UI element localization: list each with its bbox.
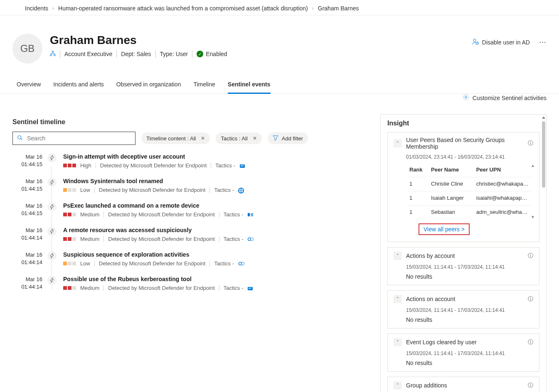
alert-title: PsExec launched a command on a remote de… [63,202,368,209]
timeline-item[interactable]: Mar 1601:44:14A remote resource was acce… [12,227,368,242]
timeline-item[interactable]: Mar 1601:44:14Suspicious sequence of exp… [12,251,368,267]
table-row[interactable]: 1Isaiah Langerisaiahl@whakapapa.a... [407,191,532,204]
timeline-item[interactable]: Mar 1601:44:14Possible use of the Rubeus… [12,276,368,291]
card-event-logs-toggle[interactable]: ˅ Event Logs cleared by user ⓘ [388,334,539,350]
col-peer-upn[interactable]: Peer UPN [474,164,532,176]
breadcrumb-incident[interactable]: Human-operated ransomware attack was lau… [58,5,308,12]
severity-icon [63,237,76,241]
insight-heading: Insight [381,115,546,132]
bolt-icon [47,276,57,285]
svg-point-5 [465,96,467,98]
peers-table: Rank Peer Name Peer UPN 1Christie Clinec… [406,163,533,219]
chevron-down-icon: ˅ [394,381,402,390]
chevron-right-icon: › [52,5,54,11]
svg-rect-10 [241,166,243,167]
detected-by-label: Detected by Microsoft Defender for Endpo… [108,211,215,218]
scroll-thumb[interactable] [542,121,545,188]
svg-point-6 [18,135,21,139]
status-check-icon: ✓ [197,51,203,57]
gear-icon [463,94,469,102]
filter-tactics-pill[interactable]: Tactics : All ✕ [216,132,261,144]
scroll-up-icon[interactable] [542,116,545,119]
tab-overview[interactable]: Overview [17,78,41,94]
card-actions-by: ˅ Actions by account ⓘ 15/03/2024, 11:14… [387,247,539,285]
card-actions-on-title: Actions on account [406,296,524,302]
tab-observed[interactable]: Observed in organization [116,78,181,94]
detected-by-label: Detected by Microsoft Defender for Endpo… [108,236,215,242]
timeline-item[interactable]: Mar 1601:44:15Windows Sysinternals tool … [12,178,368,193]
card-actions-on-toggle[interactable]: ˅ Actions on account ⓘ [388,291,539,307]
bolt-icon [47,202,57,211]
insight-panel: Insight ˄ User Peers Based on Security G… [380,114,547,392]
bolt-icon [47,178,57,187]
add-filter-button[interactable]: Add filter [268,132,308,144]
col-rank[interactable]: Rank [407,164,428,176]
breadcrumb-root[interactable]: Incidents [25,5,48,12]
table-row[interactable]: 1Sebastianadm_seullric@whaka... [407,205,532,218]
view-all-peers-link[interactable]: View all peers > [419,223,470,235]
severity-label: Medium [80,211,99,218]
timeline-timestamp: Mar 1601:44:14 [12,276,42,290]
search-box[interactable] [12,132,135,145]
timeline-item[interactable]: Mar 1601:44:15Sign-in attempt with decep… [12,153,368,169]
svg-rect-12 [248,213,250,216]
more-actions-button[interactable]: ··· [539,38,547,47]
clear-filter-icon[interactable]: ✕ [201,135,205,141]
severity-icon [63,188,76,192]
clear-filter-icon[interactable]: ✕ [253,135,257,141]
tab-timeline[interactable]: Timeline [193,78,215,94]
card-group-additions-toggle[interactable]: ˅ Group additions ⓘ [388,377,539,392]
tactics-label: Tactics - [215,162,235,169]
org-tree-icon [50,51,56,58]
tab-sentinel-events[interactable]: Sentinel events [228,78,271,94]
peer-upn: isaiahl@whakapapa.a... [474,191,532,204]
customize-activities-button[interactable]: Customize Sentinel activities [463,94,547,102]
timeline-timestamp: Mar 1601:44:15 [12,202,42,217]
card-group-additions: ˅ Group additions ⓘ [387,377,539,392]
peer-rank: 1 [407,191,428,204]
page-title: Graham Barnes [50,34,227,47]
breadcrumb-entity: Graham Barnes [318,5,359,12]
detected-by-label: Detected by Microsoft Defender for Endpo… [99,260,206,267]
detected-by-label: Detected by Microsoft Defender for Endpo… [108,285,215,291]
info-icon[interactable]: ⓘ [528,252,533,260]
peer-name: Sebastian [428,205,473,218]
tactic-icon [238,188,244,193]
timeline-item[interactable]: Mar 1601:44:15PsExec launched a command … [12,202,368,218]
table-row[interactable]: 1Christie Clinechristiec@whakapap... [407,177,532,190]
info-icon[interactable]: ⓘ [528,338,533,346]
card-peers-toggle[interactable]: ˄ User Peers Based on Security Groups Me… [388,132,539,154]
svg-rect-19 [249,288,252,288]
filter-content-pill[interactable]: Timeline content : All ✕ [141,132,210,144]
search-input[interactable] [26,135,131,142]
severity-label: Medium [80,236,99,242]
tabs: Overview Incidents and alerts Observed i… [0,64,559,94]
scrollbar[interactable] [542,116,545,252]
disable-user-button[interactable]: Disable user in AD [472,38,530,46]
svg-rect-2 [54,54,56,56]
severity-label: Medium [80,285,99,291]
tactic-icon [238,261,244,266]
search-icon [17,135,23,142]
user-disable-icon [472,38,479,46]
severity-icon [63,213,76,216]
timeline-timestamp: Mar 1601:44:14 [12,227,42,241]
info-icon[interactable]: ⓘ [528,382,533,389]
tactic-icon [247,286,253,291]
scroll-up-icon[interactable]: ▲ [531,163,535,168]
timeline-timestamp: Mar 1601:44:14 [12,251,42,266]
avatar: GB [12,34,42,64]
severity-icon [63,262,76,265]
timeline-timestamp: Mar 1601:44:15 [12,178,42,192]
card-actions-by-toggle[interactable]: ˅ Actions by account ⓘ [388,247,539,264]
alert-title: Possible use of the Rubeus kerberoasting… [63,276,368,282]
info-icon[interactable]: ⓘ [528,140,533,147]
peer-upn: adm_seullric@whaka... [474,205,532,218]
tab-incidents[interactable]: Incidents and alerts [53,78,103,94]
card-actions-on: ˅ Actions on account ⓘ 15/03/2024, 11:14… [387,290,539,328]
col-peer-name[interactable]: Peer Name [428,164,473,176]
info-icon[interactable]: ⓘ [528,295,533,303]
tactics-label: Tactics - [224,285,244,291]
scroll-down-icon[interactable]: ▼ [531,215,535,219]
card-event-logs-body: No results [388,357,539,371]
